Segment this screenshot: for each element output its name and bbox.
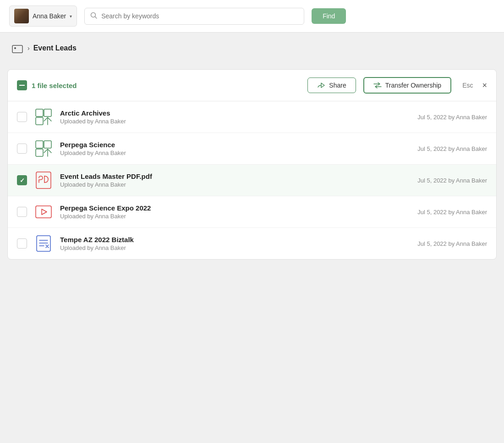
file-meta: Jul 5, 2022 by Anna Baker xyxy=(417,177,487,184)
search-input[interactable] xyxy=(101,12,298,20)
file-type-icon xyxy=(34,234,53,253)
close-button[interactable]: × xyxy=(482,81,487,90)
svg-rect-2 xyxy=(12,45,22,53)
file-checkbox[interactable] xyxy=(17,112,27,122)
file-meta: Jul 5, 2022 by Anna Baker xyxy=(417,114,487,121)
svg-rect-5 xyxy=(44,109,51,116)
file-uploader: Uploaded by Anna Baker xyxy=(60,118,410,125)
file-info: Perpega Science Expo 2022 Uploaded by An… xyxy=(60,204,410,220)
transfer-ownership-button[interactable]: Transfer Ownership Transfer Ownership xyxy=(363,77,451,94)
esc-label: Esc xyxy=(462,82,473,89)
file-checkbox[interactable] xyxy=(17,175,27,185)
user-name: Anna Baker xyxy=(33,12,66,20)
transfer-icon xyxy=(373,82,382,89)
file-info: Event Leads Master PDF.pdf Uploaded by A… xyxy=(60,172,410,188)
svg-rect-14 xyxy=(37,236,50,251)
selected-count: 1 file selected xyxy=(32,82,77,89)
breadcrumb: › Event Leads xyxy=(0,33,504,64)
search-icon xyxy=(90,12,98,21)
file-type-icon xyxy=(34,139,53,158)
list-item[interactable]: Arctic Archives Uploaded by Anna Baker J… xyxy=(8,101,496,133)
svg-rect-6 xyxy=(36,117,43,125)
share-icon xyxy=(317,82,325,89)
share-button[interactable]: Share xyxy=(307,78,356,93)
file-uploader: Uploaded by Anna Baker xyxy=(60,150,410,156)
file-uploader: Uploaded by Anna Baker xyxy=(60,181,410,188)
svg-line-1 xyxy=(95,17,97,18)
file-name: Perpega Science xyxy=(60,141,410,149)
svg-rect-7 xyxy=(36,141,43,148)
search-bar xyxy=(84,8,304,25)
deselect-all-button[interactable] xyxy=(17,80,27,90)
breadcrumb-label: Event Leads xyxy=(33,44,77,52)
file-info: Perpega Science Uploaded by Anna Baker xyxy=(60,141,410,156)
list-item[interactable]: Perpega Science Expo 2022 Uploaded by An… xyxy=(8,196,496,228)
find-button[interactable]: Find xyxy=(312,8,346,24)
file-name: Arctic Archives xyxy=(60,109,410,117)
folder-icon xyxy=(11,42,24,55)
file-uploader: Uploaded by Anna Baker xyxy=(60,213,410,220)
selection-toolbar: 1 file selected Share Transfer Ownership… xyxy=(8,70,496,101)
file-name: Event Leads Master PDF.pdf xyxy=(60,172,410,180)
svg-marker-13 xyxy=(42,209,47,215)
svg-rect-8 xyxy=(44,141,51,148)
file-name: Perpega Science Expo 2022 xyxy=(60,204,410,212)
svg-rect-9 xyxy=(36,149,43,156)
file-checkbox[interactable] xyxy=(17,207,27,217)
file-info: Tempe AZ 2022 Biztalk Uploaded by Anna B… xyxy=(60,236,410,251)
file-list: Arctic Archives Uploaded by Anna Baker J… xyxy=(8,101,496,259)
file-type-icon xyxy=(34,108,53,126)
chevron-down-icon: ▾ xyxy=(70,14,72,19)
main-content: 1 file selected Share Transfer Ownership… xyxy=(0,64,504,265)
file-type-icon xyxy=(34,203,53,221)
file-type-icon xyxy=(34,171,53,189)
user-menu[interactable]: Anna Baker ▾ xyxy=(9,6,77,27)
file-meta: Jul 5, 2022 by Anna Baker xyxy=(417,240,487,247)
list-item[interactable]: Tempe AZ 2022 Biztalk Uploaded by Anna B… xyxy=(8,228,496,259)
svg-rect-4 xyxy=(36,109,43,116)
file-name: Tempe AZ 2022 Biztalk xyxy=(60,236,410,244)
breadcrumb-chevron-icon: › xyxy=(27,44,30,52)
file-manager: 1 file selected Share Transfer Ownership… xyxy=(7,69,497,260)
svg-rect-10 xyxy=(36,172,51,188)
file-info: Arctic Archives Uploaded by Anna Baker xyxy=(60,109,410,125)
header: Anna Baker ▾ Find xyxy=(0,0,504,33)
file-meta: Jul 5, 2022 by Anna Baker xyxy=(417,145,487,152)
file-checkbox[interactable] xyxy=(17,144,27,154)
avatar xyxy=(14,9,29,23)
selected-indicator: 1 file selected xyxy=(17,80,77,90)
file-checkbox[interactable] xyxy=(17,238,27,249)
list-item[interactable]: Perpega Science Uploaded by Anna Baker J… xyxy=(8,133,496,165)
svg-rect-12 xyxy=(36,206,51,218)
file-uploader: Uploaded by Anna Baker xyxy=(60,244,410,251)
file-meta: Jul 5, 2022 by Anna Baker xyxy=(417,209,487,216)
svg-point-3 xyxy=(14,47,16,49)
list-item[interactable]: Event Leads Master PDF.pdf Uploaded by A… xyxy=(8,165,496,196)
